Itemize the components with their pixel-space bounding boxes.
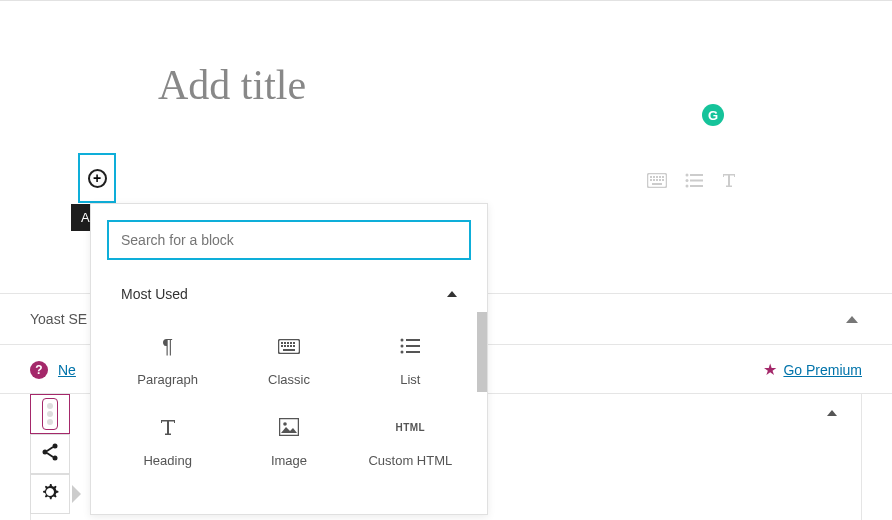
most-used-section-toggle[interactable]: Most Used — [91, 276, 487, 312]
help-icon[interactable]: ? — [30, 361, 48, 379]
yoast-body-toggle[interactable] — [827, 410, 837, 416]
block-heading[interactable]: Heading — [107, 401, 228, 482]
svg-rect-8 — [656, 179, 658, 181]
block-paragraph[interactable]: ¶ Paragraph — [107, 320, 228, 401]
need-help-link[interactable]: Ne — [58, 362, 76, 378]
block-list[interactable]: List — [350, 320, 471, 401]
svg-rect-31 — [406, 339, 420, 341]
list-icon — [400, 334, 420, 358]
svg-rect-19 — [281, 342, 283, 344]
go-premium-link[interactable]: ★ Go Premium — [763, 360, 862, 379]
svg-rect-5 — [662, 176, 664, 178]
heading-icon — [159, 415, 177, 439]
social-tab[interactable] — [30, 434, 70, 474]
svg-rect-22 — [290, 342, 292, 344]
block-label: Heading — [143, 453, 191, 468]
svg-line-41 — [47, 447, 53, 451]
grammarly-icon[interactable]: G — [702, 104, 724, 126]
chevron-up-icon — [827, 410, 837, 416]
gear-icon — [40, 482, 60, 507]
svg-point-12 — [686, 174, 689, 177]
svg-rect-15 — [690, 180, 703, 182]
svg-rect-35 — [406, 351, 420, 353]
svg-rect-24 — [281, 345, 283, 347]
svg-rect-28 — [293, 345, 295, 347]
svg-rect-25 — [284, 345, 286, 347]
svg-rect-21 — [287, 342, 289, 344]
block-image[interactable]: Image — [228, 401, 349, 482]
block-label: List — [400, 372, 420, 387]
svg-rect-4 — [659, 176, 661, 178]
settings-tab[interactable] — [30, 474, 70, 514]
svg-rect-20 — [284, 342, 286, 344]
keyboard-icon — [278, 334, 300, 358]
list-view-icon[interactable] — [685, 172, 703, 193]
svg-rect-2 — [653, 176, 655, 178]
block-label: Paragraph — [137, 372, 198, 387]
add-block-button[interactable]: + — [78, 153, 116, 203]
svg-point-14 — [686, 179, 689, 182]
paragraph-icon: ¶ — [162, 334, 173, 358]
section-label: Most Used — [121, 286, 188, 302]
block-label: Image — [271, 453, 307, 468]
chevron-up-icon — [447, 291, 457, 297]
svg-point-30 — [401, 339, 404, 342]
html-icon: HTML — [395, 415, 425, 439]
svg-rect-17 — [690, 185, 703, 187]
svg-rect-23 — [293, 342, 295, 344]
svg-rect-29 — [283, 349, 295, 351]
traffic-light-icon — [42, 398, 58, 430]
svg-point-37 — [283, 422, 287, 426]
tab-arrow-icon — [72, 485, 81, 503]
image-icon — [279, 415, 299, 439]
plus-icon: + — [88, 169, 107, 188]
post-title-input[interactable]: Add title — [158, 61, 892, 109]
svg-line-42 — [47, 453, 53, 457]
svg-rect-13 — [690, 174, 703, 176]
svg-point-32 — [401, 345, 404, 348]
go-premium-label: Go Premium — [783, 362, 862, 378]
share-icon — [41, 443, 59, 466]
svg-rect-9 — [659, 179, 661, 181]
svg-point-43 — [47, 489, 53, 495]
collapse-caret-icon — [846, 316, 858, 323]
block-search-input[interactable] — [107, 220, 471, 260]
svg-rect-3 — [656, 176, 658, 178]
keyboard-icon[interactable] — [647, 172, 667, 193]
svg-rect-26 — [287, 345, 289, 347]
star-icon: ★ — [763, 360, 777, 379]
svg-rect-1 — [650, 176, 652, 178]
text-format-icon[interactable] — [721, 172, 737, 193]
block-classic[interactable]: Classic — [228, 320, 349, 401]
block-custom-html[interactable]: HTML Custom HTML — [350, 401, 471, 482]
svg-point-16 — [686, 185, 689, 188]
yoast-title: Yoast SE — [30, 311, 87, 327]
svg-rect-11 — [652, 183, 662, 185]
svg-rect-6 — [650, 179, 652, 181]
svg-rect-33 — [406, 345, 420, 347]
block-label: Custom HTML — [368, 453, 452, 468]
scrollbar[interactable] — [477, 312, 487, 392]
svg-rect-27 — [290, 345, 292, 347]
readability-tab[interactable] — [30, 394, 70, 434]
block-label: Classic — [268, 372, 310, 387]
svg-rect-10 — [662, 179, 664, 181]
svg-point-34 — [401, 351, 404, 354]
svg-rect-7 — [653, 179, 655, 181]
block-inserter-panel: Most Used ¶ Paragraph Classic List — [90, 203, 488, 515]
